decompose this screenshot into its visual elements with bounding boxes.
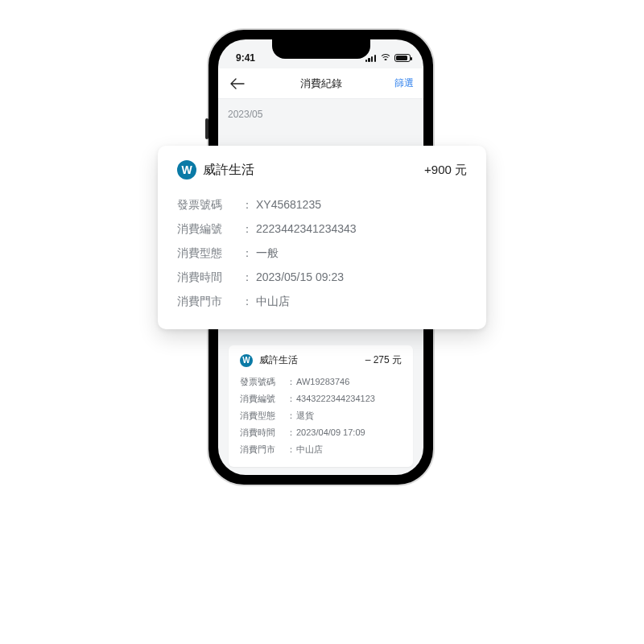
page-title: 消費紀錄 <box>300 76 342 91</box>
transaction-amount: +900 元 <box>424 163 467 178</box>
value-tx-type: 退貨 <box>296 407 402 424</box>
transaction-amount: – 275 元 <box>365 353 402 367</box>
cellular-signal-icon <box>365 54 376 62</box>
label-tx-time: 消費時間 <box>240 424 285 441</box>
label-invoice: 發票號碼 <box>177 192 238 217</box>
brand-name: 威許生活 <box>259 353 298 367</box>
phone-notch <box>272 39 370 59</box>
brand-name: 威許生活 <box>203 162 254 179</box>
transaction-card[interactable]: W 威許生活 – 275 元 發票號碼：AW19283746 消費編號：4343… <box>229 345 413 467</box>
filter-button[interactable]: 篩選 <box>394 76 414 90</box>
value-store: 中山店 <box>296 441 402 458</box>
value-store: 中山店 <box>256 289 467 313</box>
section-date: 2023/05 <box>218 102 423 122</box>
label-tx-type: 消費型態 <box>177 241 238 265</box>
value-tx-id: 2223442341234343 <box>256 217 467 241</box>
value-tx-time: 2023/05/15 09:23 <box>256 265 467 289</box>
value-tx-type: 一般 <box>256 241 467 265</box>
label-tx-time: 消費時間 <box>177 265 238 289</box>
label-tx-id: 消費編號 <box>240 390 285 407</box>
value-tx-time: 2023/04/09 17:09 <box>296 424 402 441</box>
value-invoice: XY45681235 <box>256 192 467 217</box>
brand-logo-icon: W <box>177 160 196 180</box>
nav-bar: 消費紀錄 篩選 <box>218 68 423 99</box>
label-invoice: 發票號碼 <box>240 374 285 390</box>
status-time: 9:41 <box>236 52 255 64</box>
value-invoice: AW19283746 <box>296 374 402 390</box>
label-tx-id: 消費編號 <box>177 217 238 241</box>
wifi-icon <box>380 54 390 62</box>
back-button[interactable] <box>228 74 247 93</box>
back-arrow-icon <box>230 78 245 89</box>
battery-icon <box>394 54 411 62</box>
label-store: 消費門市 <box>240 441 285 458</box>
label-tx-type: 消費型態 <box>240 407 285 424</box>
brand-logo-icon: W <box>240 354 253 367</box>
transaction-card-expanded[interactable]: W 威許生活 +900 元 發票號碼：XY45681235 消費編號：22234… <box>158 146 486 329</box>
value-tx-id: 4343222344234123 <box>296 390 402 407</box>
label-store: 消費門市 <box>177 289 238 313</box>
